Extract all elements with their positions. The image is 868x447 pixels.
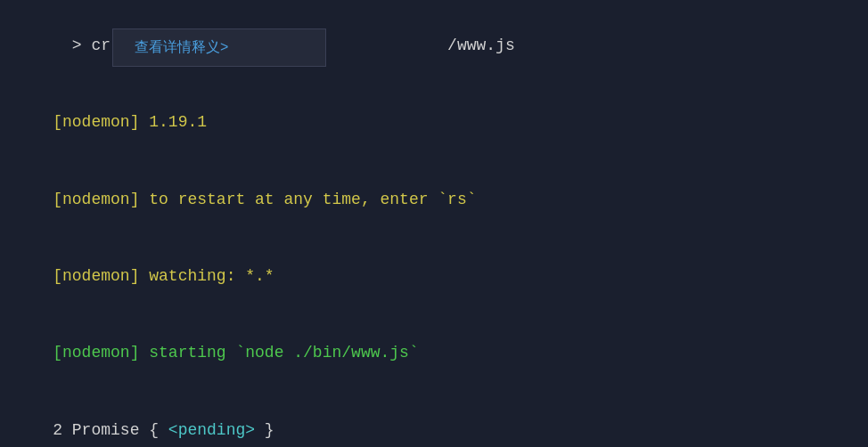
terminal: > cr /www.js 查看详情释义> [nodemon] 1.19.1 [n… bbox=[0, 0, 868, 447]
terminal-line-nodemon-restart: [nodemon] to restart at any time, enter … bbox=[14, 161, 854, 238]
terminal-line-nodemon-version: [nodemon] 1.19.1 bbox=[14, 84, 854, 160]
tooltip-text[interactable]: 查看详情释义> bbox=[135, 39, 228, 54]
tooltip-popup[interactable]: 查看详情释义> bbox=[112, 28, 326, 67]
terminal-line-promise: 2 Promise { <pending> } bbox=[14, 392, 854, 447]
line-cr-start: > cr bbox=[72, 37, 111, 54]
terminal-line-nodemon-starting: [nodemon] starting `node ./bin/www.js` bbox=[14, 315, 854, 392]
terminal-line-nodemon-watching: [nodemon] watching: *.* bbox=[14, 238, 854, 314]
